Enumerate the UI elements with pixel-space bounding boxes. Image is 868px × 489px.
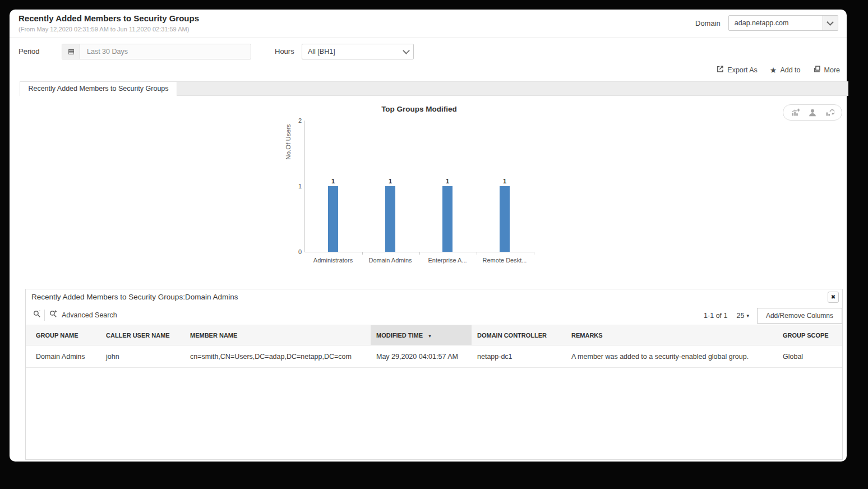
- page-size-value: 25: [737, 312, 745, 320]
- y-tick: 2: [293, 117, 302, 124]
- export-as-label: Export As: [727, 66, 758, 74]
- table-row[interactable]: Domain Admins john cn=smith,CN=Users,DC=…: [26, 345, 842, 368]
- header-divider: [10, 37, 847, 38]
- y-axis-label: No.Of Users: [285, 108, 292, 176]
- cell-member-name: cn=smith,CN=Users,DC=adap,DC=netapp,DC=c…: [184, 345, 371, 368]
- sort-desc-icon: ▾: [428, 333, 431, 339]
- bar-enterprise-admins[interactable]: [442, 186, 453, 252]
- advanced-search-label: Advanced Search: [62, 311, 117, 319]
- bar-group: 1: [491, 178, 519, 252]
- page-size-dropdown[interactable]: 25 ▾: [737, 312, 749, 320]
- y-tick: 1: [293, 183, 302, 190]
- column-header-group-scope[interactable]: GROUP SCOPE: [777, 325, 842, 345]
- add-to-button[interactable]: ★ Add to: [770, 66, 801, 74]
- more-label: More: [824, 66, 840, 74]
- domain-label: Domain: [695, 19, 721, 27]
- x-category-label: Domain Admins: [359, 257, 421, 264]
- table-header-row: GROUP NAME CALLER USER NAME MEMBER NAME …: [26, 325, 842, 345]
- report-date-range: (From May 12,2020 02:31:59 AM to Jun 11,…: [19, 26, 189, 33]
- bar-value-label: 1: [389, 178, 392, 184]
- hours-select-value: All [BH1]: [302, 48, 399, 56]
- chevron-down-icon: [399, 44, 413, 59]
- detail-panel-title: Recently Added Members to Security Group…: [31, 293, 238, 301]
- bar-value-label: 1: [446, 178, 449, 184]
- calendar-icon[interactable]: [62, 44, 80, 59]
- page-title: Recently Added Members to Security Group…: [19, 13, 199, 23]
- domain-select[interactable]: adap.netapp.com: [728, 15, 838, 31]
- x-category-label: Enterprise A...: [417, 257, 478, 264]
- export-icon: [716, 65, 724, 75]
- period-input[interactable]: Last 30 Days: [62, 44, 251, 59]
- advanced-search-button[interactable]: Advanced Search: [49, 310, 117, 321]
- bar-group: 1: [433, 178, 461, 252]
- domain-select-value: adap.netapp.com: [729, 19, 823, 27]
- advanced-search-icon: [49, 310, 58, 321]
- column-header-remarks[interactable]: REMARKS: [566, 325, 777, 345]
- cell-remarks: A member was added to a security-enabled…: [566, 345, 777, 368]
- reload-chart-icon[interactable]: [825, 108, 834, 117]
- bar-remote-desktop[interactable]: [500, 186, 510, 252]
- pagination-range: 1-1 of 1: [704, 312, 727, 320]
- add-to-label: Add to: [780, 66, 800, 74]
- add-remove-columns-button[interactable]: Add/Remove Columns: [757, 308, 842, 324]
- hours-label: Hours: [275, 47, 294, 56]
- bar-value-label: 1: [503, 178, 506, 184]
- user-icon[interactable]: [807, 108, 818, 118]
- x-axis-tick: [477, 252, 477, 255]
- bar-group: 1: [319, 178, 347, 252]
- x-category-label: Remote Deskt...: [474, 257, 535, 264]
- column-header-modified-time[interactable]: MODIFIED TIME ▾: [371, 325, 472, 345]
- period-label: Period: [19, 47, 40, 56]
- column-header-group-name[interactable]: GROUP NAME: [26, 325, 100, 345]
- cell-group-scope: Global: [777, 345, 842, 368]
- x-axis-tick: [362, 252, 363, 255]
- x-category-label: Administrators: [302, 257, 364, 264]
- tab-bar: Recently Added Members to Security Group…: [20, 81, 848, 96]
- column-header-member-name[interactable]: MEMBER NAME: [184, 325, 371, 345]
- cell-group-name: Domain Admins: [26, 345, 100, 368]
- more-button[interactable]: More: [813, 65, 840, 75]
- chart-toolbar: [783, 104, 842, 121]
- more-icon: [813, 65, 821, 75]
- caret-down-icon: ▾: [746, 313, 749, 319]
- hours-select[interactable]: All [BH1]: [302, 44, 414, 59]
- bar-administrators[interactable]: [328, 186, 338, 252]
- chevron-down-icon[interactable]: [823, 16, 838, 30]
- column-header-label: MODIFIED TIME: [376, 332, 423, 339]
- x-axis-tick: [534, 252, 534, 255]
- cell-modified-time: May 29,2020 04:01:57 AM: [371, 345, 472, 368]
- app-window: Recently Added Members to Security Group…: [10, 10, 847, 462]
- close-icon: ✖: [831, 294, 835, 300]
- close-button[interactable]: ✖: [828, 292, 839, 303]
- y-tick: 0: [293, 248, 302, 255]
- column-header-caller-user-name[interactable]: CALLER USER NAME: [100, 325, 184, 345]
- bar-chart: No.Of Users 2 1 0 1 1 1 1 Administrators…: [304, 121, 534, 252]
- x-axis-tick: [419, 252, 420, 255]
- chart-title: Top Groups Modified: [304, 105, 534, 113]
- bar-value-label: 1: [331, 178, 335, 184]
- cell-caller-user-name: john: [100, 345, 184, 368]
- bar-domain-admins[interactable]: [385, 186, 395, 252]
- export-as-button[interactable]: Export As: [716, 65, 758, 75]
- domain-control: Domain adap.netapp.com: [695, 15, 838, 31]
- star-icon: ★: [770, 67, 777, 73]
- search-button[interactable]: [33, 310, 41, 321]
- column-header-domain-controller[interactable]: DOMAIN CONTROLLER: [472, 325, 566, 345]
- period-value: Last 30 Days: [80, 44, 251, 59]
- toolbar-divider: [44, 310, 45, 321]
- cell-domain-controller: netapp-dc1: [472, 345, 566, 368]
- detail-panel: Recently Added Members to Security Group…: [25, 289, 843, 460]
- tab-recently-added-members[interactable]: Recently Added Members to Security Group…: [20, 81, 177, 96]
- bar-group: 1: [376, 178, 404, 252]
- add-chart-icon[interactable]: [791, 108, 800, 117]
- table-toolbar: Advanced Search 1-1 of 1 25 ▾ Add/Remove…: [26, 308, 842, 324]
- results-table: GROUP NAME CALLER USER NAME MEMBER NAME …: [26, 325, 842, 368]
- report-actions: Export As ★ Add to More: [716, 65, 840, 75]
- pagination: 1-1 of 1 25 ▾ Add/Remove Columns: [704, 308, 842, 324]
